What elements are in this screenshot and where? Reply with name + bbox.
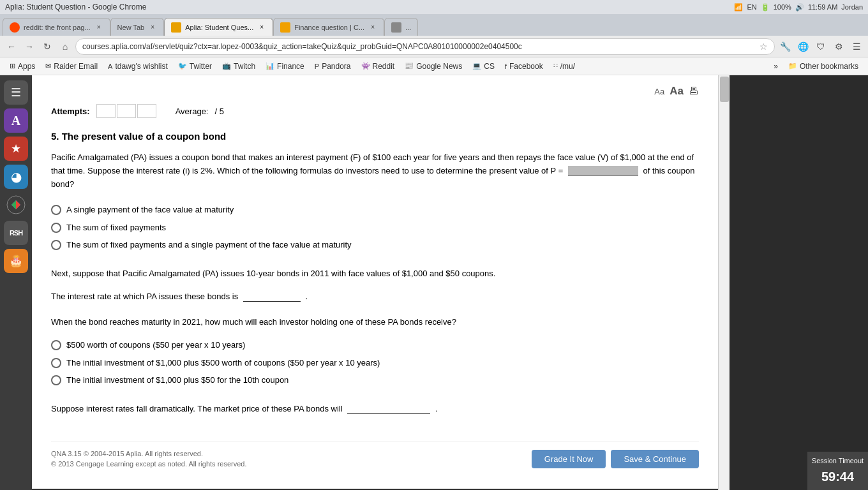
sidebar-icon-cake[interactable]: 🎂 [4,249,28,273]
sub-q3-text: When the bond reaches maturity in 2021, … [51,317,456,327]
tab-close-aplia[interactable]: × [257,23,266,32]
sidebar-icon-menu[interactable]: ☰ [4,80,28,105]
title-bar-left: Aplia: Student Question - Google Chrome [5,3,146,11]
finance-icon: 📊 [266,62,274,70]
wifi-icon: 📶 [734,3,743,11]
radio-option-5[interactable]: The initial investment of $1,000 plus $5… [51,357,699,369]
bookmarks-more[interactable]: » [769,59,782,73]
sub-q2-suffix: . [305,292,308,301]
tab-newtab[interactable]: New Tab × [110,18,165,36]
font-small-button[interactable]: Aa [654,87,664,96]
bookmark-reddit[interactable]: 👾 Reddit [357,59,400,73]
bookmark-cs[interactable]: 💻 CS [468,59,499,73]
extension-icon-2[interactable]: 🌐 [795,39,811,54]
radio-circle-2[interactable] [51,223,61,233]
tab-close-newtab[interactable]: × [148,23,157,32]
bookmark-googlenews[interactable]: 📰 Google News [400,59,467,73]
question-title: The present value of a coupon bond [62,131,227,142]
session-timeout-panel: Session Timeout 59:44 [807,452,868,490]
menu-button[interactable]: ☰ [849,39,864,54]
bookmark-other-label: Other bookmarks [800,62,858,71]
bookmark-raider-email[interactable]: ✉ Raider Email [41,59,102,73]
address-bar[interactable]: courses.aplia.com/af/servlet/quiz?ctx=ar… [75,38,775,55]
tab-unknown[interactable]: ... [384,18,418,36]
extension-icon-1[interactable]: 🔧 [777,39,793,54]
radio-option-2[interactable]: The sum of fixed payments [51,221,699,234]
reddit-icon: 👾 [361,62,370,70]
radio-option-1[interactable]: A single payment of the face value at ma… [51,204,699,216]
tab-label-reddit: reddit: the front pag... [24,24,91,31]
scrollbar-thumb[interactable] [720,77,729,102]
footer-copyright: QNA 3.15 © 2004-2015 Aplia. All rights r… [51,449,247,470]
sidebar-icon-google[interactable] [4,193,28,217]
radio-label-6: The initial investment of $1,000 plus $5… [66,374,288,387]
bookmark-facebook[interactable]: f Facebook [500,59,548,73]
nav-bar: ← → ↻ ⌂ courses.aplia.com/af/servlet/qui… [0,36,868,57]
quiz-container: Aa Aa 🖶 Attempts: Average: / 5 5. The pr… [32,75,718,489]
sidebar-icon-star[interactable]: ★ [4,137,28,161]
bookmark-other[interactable]: 📁 Other bookmarks [784,59,863,73]
tab-favicon-unknown [391,22,401,33]
radio-circle-6[interactable] [51,375,61,385]
save-continue-button[interactable]: Save & Continue [611,450,699,468]
scrollbar-track[interactable] [718,75,730,490]
facebook-icon: f [505,63,507,70]
question-body-1: Pacific Amalgamated (PA) issues a coupon… [51,151,699,191]
sub-question-3: When the bond reaches maturity in 2021, … [51,316,699,329]
bookmark-mu[interactable]: ∷ /mu/ [549,59,580,73]
nav-right-icons: 🔧 🌐 🛡 ⚙ ☰ [777,39,864,54]
sidebar-icon-a[interactable]: A [4,108,28,133]
home-button[interactable]: ⌂ [57,39,73,54]
bookmark-star-icon[interactable]: ☆ [760,41,768,52]
tab-aplia[interactable]: Aplia: Student Ques... × [164,18,273,36]
twitch-icon: 📺 [222,62,231,70]
radio-option-4[interactable]: $500 worth of coupons ($50 per year x 10… [51,339,699,352]
tab-label-finance: Finance question | C... [294,24,364,31]
bookmark-twitch[interactable]: 📺 Twitch [218,59,260,73]
reload-button[interactable]: ↻ [40,39,55,54]
sidebar: ☰ A ★ ◕ RSH 🎂 [0,75,32,490]
radio-circle-3[interactable] [51,240,61,250]
radio-circle-4[interactable] [51,340,61,350]
cs-icon: 💻 [472,62,481,70]
extension-icon-4[interactable]: ⚙ [831,39,846,54]
radio-option-3[interactable]: The sum of fixed payments and a single p… [51,239,699,251]
bookmark-pandora[interactable]: P Pandora [310,59,355,73]
radio-label-3: The sum of fixed payments and a single p… [66,239,352,251]
bookmark-finance-label: Finance [277,62,304,71]
tab-close-finance[interactable]: × [368,23,377,32]
bookmark-cs-label: CS [484,62,495,71]
back-button[interactable]: ← [4,39,19,54]
mu-icon: ∷ [553,62,558,70]
tab-close-reddit[interactable]: × [94,23,103,32]
kb-lang: EN [747,3,756,11]
radio-group-1: A single payment of the face value at ma… [51,204,699,251]
bookmark-finance[interactable]: 📊 Finance [261,59,309,73]
bookmark-twitter[interactable]: 🐦 Twitter [174,59,216,73]
tab-reddit[interactable]: reddit: the front pag... × [3,18,110,36]
attempts-boxes [96,104,156,118]
sidebar-icon-rsh[interactable]: RSH [4,221,28,245]
font-large-button[interactable]: Aa [670,85,684,98]
clock: 11:59 AM [808,3,837,11]
radio-circle-5[interactable] [51,358,61,368]
interest-rate-blank [243,292,301,302]
bookmark-apps[interactable]: ⊞ Apps [5,59,40,73]
attempts-label: Attempts: [51,107,90,116]
forward-button[interactable]: → [22,39,37,54]
footer-buttons: Grade It Now Save & Continue [532,450,699,468]
extension-icon-3[interactable]: 🛡 [813,39,828,54]
grade-it-now-button[interactable]: Grade It Now [532,450,606,468]
user-name: Jordan [841,3,863,11]
bookmark-tdawg[interactable]: A tdawg's wishlist [103,59,172,73]
session-timeout-time: 59:44 [821,468,854,486]
sidebar-icon-chrome[interactable]: ◕ [4,165,28,189]
radio-label-5: The initial investment of $1,000 plus $5… [66,357,380,369]
sub-question-2: The interest rate at which PA issues the… [51,290,699,304]
sub-question-4: Suppose interest rates fall dramatically… [51,403,699,416]
radio-option-6[interactable]: The initial investment of $1,000 plus $5… [51,374,699,387]
tab-favicon-finance [280,22,290,33]
tab-finance[interactable]: Finance question | C... × [273,18,384,36]
radio-circle-1[interactable] [51,205,61,215]
print-button[interactable]: 🖶 [689,85,699,97]
